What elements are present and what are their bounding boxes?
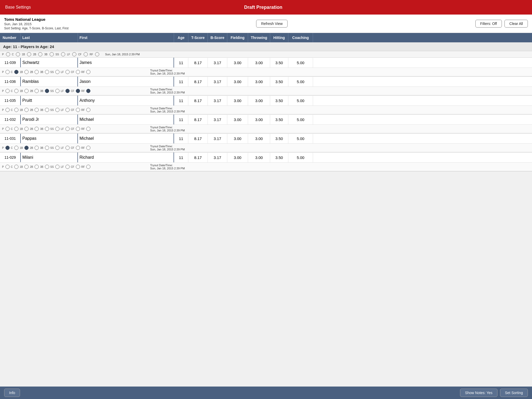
refresh-view-button[interactable]: Refresh View	[256, 20, 288, 28]
position-circle[interactable]	[14, 108, 18, 112]
position-circle[interactable]	[24, 127, 29, 131]
position-circle[interactable]	[35, 165, 39, 169]
position-circle[interactable]	[65, 146, 70, 150]
col-tscore: T-Score	[188, 33, 208, 42]
position-circle[interactable]	[45, 127, 49, 131]
position-circle[interactable]	[45, 165, 49, 169]
age-group-row: Age: 11 - Players In Age: 24	[0, 42, 532, 51]
position-circle[interactable]	[76, 108, 80, 112]
player-detail-row: PC1B2B3BSSLFCFRFTryout Date/Time:Sun, Ja…	[0, 163, 532, 171]
filters-button[interactable]: Filters: Off	[475, 20, 502, 28]
position-circle[interactable]	[24, 165, 29, 169]
position-circle[interactable]	[24, 70, 29, 74]
col-throwing: Throwing	[248, 33, 270, 42]
table-row[interactable]: 11-031PappasMichael118.173.173.003.003.5…	[0, 134, 532, 144]
column-headers: Number Last First Age T-Score B-Score Fi…	[0, 33, 532, 42]
position-circle[interactable]	[5, 70, 10, 74]
position-circle[interactable]	[24, 108, 29, 112]
position-circle[interactable]	[65, 165, 70, 169]
positions-section: PC1B2B3BSSLFCFRF	[0, 68, 148, 76]
league-name: Toms National League	[4, 17, 69, 22]
position-circle[interactable]	[5, 108, 10, 112]
col-bscore: B-Score	[208, 33, 227, 42]
positions-section: PC1B2B3BSSLFCFRF	[0, 106, 148, 114]
col-first: First	[78, 33, 174, 42]
position-circle[interactable]	[86, 127, 90, 131]
table-row[interactable]: 11-036RamblasJason118.173.173.003.003.50…	[0, 77, 532, 87]
tryout-date-section: Tryout Date/Time:Sun, Jan 18, 2015 2:39 …	[148, 144, 532, 152]
position-circle[interactable]	[76, 165, 80, 169]
position-circle[interactable]	[14, 146, 18, 150]
tryout-header-row: P C 1B 2B 3B SS LF CF RF Sun, Jan 18, 20…	[0, 51, 532, 58]
col-last: Last	[21, 33, 78, 42]
position-circle[interactable]	[45, 108, 49, 112]
tryout-date-section: Tryout Date/Time:Sun, Jan 18, 2015 2:39 …	[148, 125, 532, 133]
position-circle[interactable]	[55, 70, 59, 74]
position-circle[interactable]	[86, 70, 90, 74]
tryout-date-section: Tryout Date/Time:Sun, Jan 18, 2015 2:39 …	[148, 106, 532, 114]
position-circle[interactable]	[35, 127, 39, 131]
position-circle[interactable]	[65, 70, 70, 74]
position-circle[interactable]	[65, 89, 70, 93]
position-circle[interactable]	[5, 89, 10, 93]
player-section: 11-036RamblasJason118.173.173.003.003.50…	[0, 77, 532, 96]
position-circle[interactable]	[14, 165, 18, 169]
position-circle[interactable]	[76, 89, 80, 93]
toolbar-right: Filters: Off Clear All	[475, 20, 528, 28]
table-row[interactable]: 11-029MilaniRichard118.173.173.003.003.5…	[0, 152, 532, 163]
sort-setting: Sort Setting: Age, T-Score, B-Score, Las…	[4, 26, 69, 30]
position-circle[interactable]	[76, 127, 80, 131]
position-circle[interactable]	[14, 70, 18, 74]
player-section: 11-039SchwartzJames118.173.173.003.003.5…	[0, 58, 532, 77]
position-circle[interactable]	[55, 108, 59, 112]
position-circle[interactable]	[86, 165, 90, 169]
players-container: 11-039SchwartzJames118.173.173.003.003.5…	[0, 58, 532, 171]
position-circle[interactable]	[24, 146, 29, 150]
position-circle[interactable]	[14, 127, 18, 131]
toolbar: Toms National League Sun, Jan 18, 2015 S…	[0, 15, 532, 33]
position-circle[interactable]	[65, 127, 70, 131]
position-circle[interactable]	[86, 89, 90, 93]
player-section: 11-031PappasMichael118.173.173.003.003.5…	[0, 134, 532, 152]
col-hitting: Hitting	[270, 33, 288, 42]
table-row[interactable]: 11-035PruittAnthony118.173.173.003.003.5…	[0, 96, 532, 106]
position-circle[interactable]	[55, 146, 59, 150]
position-circle[interactable]	[55, 165, 59, 169]
clear-all-button[interactable]: Clear All	[504, 20, 528, 28]
position-circle[interactable]	[86, 146, 90, 150]
position-circle[interactable]	[55, 127, 59, 131]
position-circle[interactable]	[86, 108, 90, 112]
player-detail-row: PC1B2B3BSSLFCFRFTryout Date/Time:Sun, Ja…	[0, 106, 532, 114]
position-circle[interactable]	[45, 89, 49, 93]
tryout-date-section: Tryout Date/Time:Sun, Jan 18, 2015 2:39 …	[148, 87, 532, 95]
base-settings-link[interactable]: Base Settings	[5, 5, 31, 10]
player-section: 11-035PruittAnthony118.173.173.003.003.5…	[0, 96, 532, 115]
toolbar-center: Refresh View	[256, 20, 288, 28]
age-group-label: Age: 11 - Players In Age: 24	[3, 44, 54, 49]
col-fielding: Fielding	[227, 33, 248, 42]
position-circle[interactable]	[76, 146, 80, 150]
position-circle[interactable]	[65, 108, 70, 112]
position-circle[interactable]	[5, 146, 10, 150]
position-circle[interactable]	[45, 146, 49, 150]
tryout-date-section: Tryout Date/Time:Sun, Jan 18, 2015 2:39 …	[148, 163, 532, 171]
position-circle[interactable]	[55, 89, 59, 93]
position-circle[interactable]	[5, 127, 10, 131]
position-circle[interactable]	[35, 89, 39, 93]
position-circle[interactable]	[35, 146, 39, 150]
player-detail-row: PC1B2B3BSSLFCFRFTryout Date/Time:Sun, Ja…	[0, 68, 532, 76]
position-circle[interactable]	[35, 108, 39, 112]
table-row[interactable]: 11-039SchwartzJames118.173.173.003.003.5…	[0, 58, 532, 68]
player-detail-row: PC1B2B3BSSLFCFRFTryout Date/Time:Sun, Ja…	[0, 144, 532, 152]
position-circle[interactable]	[5, 165, 10, 169]
position-circle[interactable]	[45, 70, 49, 74]
position-circle[interactable]	[24, 89, 29, 93]
position-circle[interactable]	[14, 89, 18, 93]
toolbar-info: Toms National League Sun, Jan 18, 2015 S…	[4, 17, 69, 30]
position-circle[interactable]	[76, 70, 80, 74]
position-circle[interactable]	[35, 70, 39, 74]
positions-section: PC1B2B3BSSLFCFRF	[0, 87, 148, 95]
table-row[interactable]: 11-032Parodi JrMichael118.173.173.003.00…	[0, 115, 532, 125]
page-title: Draft Preparation	[244, 5, 282, 10]
positions-section: PC1B2B3BSSLFCFRF	[0, 125, 148, 133]
